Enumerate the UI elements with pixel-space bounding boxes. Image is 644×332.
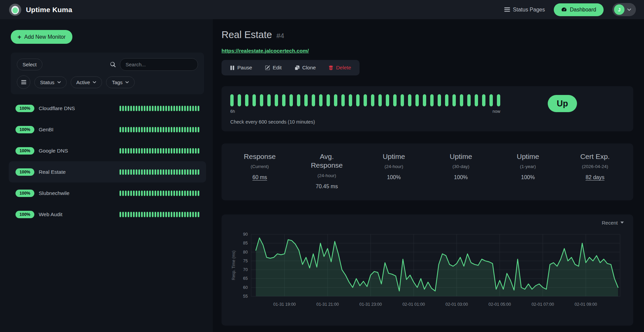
add-new-monitor-button[interactable]: + Add New Monitor: [11, 30, 72, 44]
beat: [198, 148, 199, 154]
clone-button[interactable]: Clone: [288, 62, 323, 74]
beat: [198, 127, 199, 132]
stat-uptime-1y: Uptime (1-year) 100%: [495, 152, 562, 190]
dashboard-button[interactable]: Dashboard: [554, 3, 604, 16]
stat-subtitle: (2026-04-24): [562, 164, 629, 169]
hamburger-icon: [21, 80, 26, 84]
beat: [171, 169, 172, 175]
navbar: Uptime Kuma Status Pages Dashboard J: [0, 0, 644, 19]
beat: [149, 212, 151, 217]
monitor-list-item[interactable]: 100%Cloudflare DNS: [9, 98, 206, 119]
monitor-name: Web Audit: [39, 211, 62, 218]
beat: [168, 127, 170, 132]
active-filter-label: Active: [76, 79, 90, 85]
beat: [198, 106, 199, 111]
beat: [149, 127, 151, 132]
beat: [138, 169, 140, 175]
beat: [181, 148, 183, 154]
beat: [190, 212, 191, 217]
beat: [136, 148, 137, 154]
beat: [176, 169, 178, 175]
beat: [144, 106, 145, 111]
beat: [136, 127, 137, 132]
svg-text:90: 90: [243, 232, 248, 237]
beat: [282, 94, 285, 106]
beat: [122, 127, 124, 132]
brand-home-link[interactable]: Uptime Kuma: [9, 3, 72, 16]
monitor-url-link[interactable]: https://realestate.jalcocertech.com/: [222, 48, 309, 54]
monitor-name: Real Estate: [39, 169, 66, 175]
beat: [152, 106, 154, 111]
beat: [141, 127, 143, 132]
uptime-kuma-logo-icon: [9, 3, 22, 16]
beat: [122, 169, 124, 175]
beat: [184, 191, 186, 196]
beat: [165, 106, 167, 111]
beat: [163, 148, 164, 154]
stat-uptime-30d: Uptime (30-day) 100%: [428, 152, 495, 190]
beat: [155, 169, 156, 175]
pause-button[interactable]: Pause: [224, 62, 259, 74]
beat: [168, 191, 170, 196]
beat: [489, 94, 493, 106]
beat: [195, 169, 197, 175]
beat: [171, 106, 172, 111]
beat: [168, 212, 170, 217]
main-content: Real Estate #4 https://realestate.jalcoc…: [213, 19, 644, 326]
stat-uptime-24h: Uptime (24-hour) 100%: [360, 152, 427, 190]
beat: [192, 169, 194, 175]
stat-value-link[interactable]: 60 ms: [226, 174, 293, 180]
list-layout-button[interactable]: [17, 75, 30, 89]
beat: [238, 94, 241, 106]
beat: [356, 94, 360, 106]
stat-value-link[interactable]: 82 days: [562, 174, 629, 180]
heartbeat-card: 6h now Check every 600 seconds (10 minut…: [222, 86, 633, 131]
user-menu[interactable]: J: [612, 3, 636, 16]
search-input[interactable]: [120, 58, 198, 71]
status-filter-dropdown[interactable]: Status: [34, 76, 67, 88]
status-pages-link[interactable]: Status Pages: [504, 7, 545, 13]
beat: [460, 94, 463, 106]
monitor-list-item[interactable]: 100%Web Audit: [9, 204, 206, 225]
beat: [192, 191, 194, 196]
beat: [192, 212, 194, 217]
beat: [334, 94, 337, 106]
status-filter-label: Status: [40, 79, 55, 85]
beat: [146, 191, 148, 196]
edit-pencil-icon: [265, 65, 270, 70]
stat-subtitle: (Current): [226, 164, 293, 169]
active-filter-dropdown[interactable]: Active: [71, 76, 102, 88]
beat: [144, 148, 145, 154]
heartbeat-bar: [230, 94, 500, 106]
monitor-list-item[interactable]: 100%Google DNS: [9, 140, 206, 161]
beat: [125, 169, 127, 175]
beat: [195, 127, 197, 132]
beat: [136, 212, 137, 217]
edit-button[interactable]: Edit: [259, 62, 288, 74]
uptime-badge: 100%: [15, 105, 34, 112]
beat: [445, 94, 448, 106]
chart-period-dropdown[interactable]: Recent: [602, 220, 625, 226]
beat: [192, 148, 194, 154]
navbar-right: Status Pages Dashboard J: [504, 3, 636, 16]
svg-text:55: 55: [243, 294, 248, 299]
monitor-list-item[interactable]: 100%Slubnechwile: [9, 182, 206, 204]
beat: [165, 148, 167, 154]
uptime-badge: 100%: [15, 126, 34, 133]
beat: [157, 191, 159, 196]
beat: [190, 127, 191, 132]
beat: [423, 94, 426, 106]
svg-text:02-01 07:00: 02-01 07:00: [532, 302, 554, 307]
select-button[interactable]: Select: [17, 59, 42, 70]
monitor-list-item[interactable]: 100%GenBI: [9, 119, 206, 140]
beat: [160, 191, 162, 196]
tags-filter-dropdown[interactable]: Tags: [106, 76, 135, 88]
sidebar: + Add New Monitor Select: [0, 19, 213, 332]
monitor-name: GenBI: [39, 127, 54, 133]
monitor-list-item[interactable]: 100%Real Estate: [9, 161, 206, 182]
beat: [187, 127, 189, 132]
monitor-name: Cloudflare DNS: [39, 105, 75, 111]
stat-value: 70.45 ms: [293, 184, 360, 190]
beat: [149, 148, 151, 154]
delete-button[interactable]: Delete: [322, 62, 358, 74]
